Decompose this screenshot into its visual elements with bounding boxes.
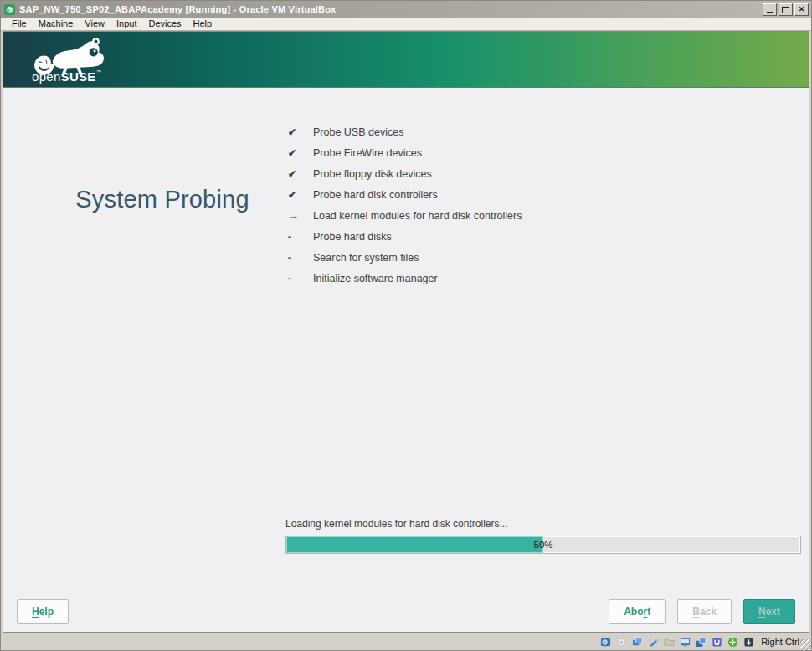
probe-step: - Probe hard disks xyxy=(288,226,522,247)
menu-devices[interactable]: Devices xyxy=(142,18,187,30)
optical-drives-icon[interactable] xyxy=(615,636,627,648)
step-label: Probe USB devices xyxy=(313,126,403,138)
back-button[interactable]: Back xyxy=(677,599,732,624)
step-label: Initialize software manager xyxy=(313,273,438,284)
probe-step: ✔ Probe hard disk controllers xyxy=(288,184,522,205)
step-status-icon: - xyxy=(288,252,313,264)
probe-steps: ✔ Probe USB devices ✔ Probe FireWire dev… xyxy=(288,121,522,289)
title-bar: SAP_NW_750_SP02_ABAPAcademy [Running] - … xyxy=(1,1,811,18)
status-bar: Right Ctrl xyxy=(1,633,811,650)
step-status-icon: - xyxy=(288,231,313,243)
maximize-icon[interactable] xyxy=(779,3,793,16)
step-status-icon: ✔ xyxy=(288,147,313,159)
minimize-icon[interactable] xyxy=(763,3,777,16)
menu-bar: File Machine View Input Devices Help xyxy=(1,18,811,31)
menu-help[interactable]: Help xyxy=(188,18,218,30)
progress-bar: 50% xyxy=(285,536,801,554)
keyboard-capture-icon[interactable] xyxy=(743,636,754,648)
step-label: Probe floppy disk devices xyxy=(313,168,432,180)
menu-input[interactable]: Input xyxy=(110,18,142,30)
step-label: Search for system files xyxy=(313,252,419,264)
probe-step: - Initialize software manager xyxy=(288,268,522,289)
probe-step: ✔ Probe USB devices xyxy=(288,121,522,142)
host-key-label: Right Ctrl xyxy=(761,637,799,647)
help-button[interactable]: Help xyxy=(17,599,69,624)
step-label: Probe FireWire devices xyxy=(313,147,422,159)
menu-view[interactable]: View xyxy=(79,18,110,30)
close-icon[interactable] xyxy=(794,3,809,16)
progress-status-text: Loading kernel modules for hard disk con… xyxy=(285,518,801,530)
step-status-icon: - xyxy=(288,273,313,284)
window-controls xyxy=(763,3,809,16)
opensuse-wordmark: openSUSE™ xyxy=(32,69,121,84)
page-title: System Probing xyxy=(20,186,305,213)
probe-step: ✔ Probe FireWire devices xyxy=(288,142,522,163)
wizard-buttons: Help Abort Back Next xyxy=(17,599,795,624)
step-status-icon: ✔ xyxy=(288,189,313,201)
probe-step: - Search for system files xyxy=(288,247,522,268)
step-status-icon: → xyxy=(288,209,313,222)
step-label: Probe hard disk controllers xyxy=(313,189,438,201)
step-label: Load kernel modules for hard disk contro… xyxy=(313,210,522,222)
window-title: SAP_NW_750_SP02_ABAPAcademy [Running] - … xyxy=(19,4,759,14)
menu-machine[interactable]: Machine xyxy=(33,18,80,30)
probe-step: → Load kernel modules for hard disk cont… xyxy=(288,205,522,226)
wordmark-open: open xyxy=(32,69,61,84)
menu-file[interactable]: File xyxy=(6,18,33,30)
step-label: Probe hard disks xyxy=(313,231,392,243)
abort-button[interactable]: Abort xyxy=(609,599,666,624)
virtualbox-app-icon xyxy=(3,3,16,16)
resize-grip-icon[interactable] xyxy=(800,639,811,650)
opensuse-logo: openSUSE™ xyxy=(28,36,121,84)
wordmark-suse: SUSE xyxy=(61,69,96,84)
step-status-icon: ✔ xyxy=(288,168,313,180)
installer-content: System Probing ✔ Probe USB devices ✔ Pro… xyxy=(3,88,809,632)
vm-display: openSUSE™ System Probing ✔ Probe USB dev… xyxy=(3,31,809,633)
trademark-mark: ™ xyxy=(96,69,101,74)
features-icon[interactable] xyxy=(711,636,722,648)
next-button[interactable]: Next xyxy=(743,599,795,624)
network-icon[interactable] xyxy=(631,636,643,648)
hard-disks-icon[interactable] xyxy=(599,636,611,648)
progress-section: Loading kernel modules for hard disk con… xyxy=(285,518,801,554)
virtualbox-window: SAP_NW_750_SP02_ABAPAcademy [Running] - … xyxy=(0,0,812,651)
video-capture-icon[interactable] xyxy=(695,636,707,648)
progress-percent: 50% xyxy=(286,536,800,553)
display-icon[interactable] xyxy=(679,636,691,648)
usb-icon[interactable] xyxy=(647,636,659,648)
probe-step: ✔ Probe floppy disk devices xyxy=(288,163,522,184)
mouse-integration-icon[interactable] xyxy=(727,636,738,648)
shared-folders-icon[interactable] xyxy=(663,636,675,648)
step-status-icon: ✔ xyxy=(288,126,313,138)
opensuse-banner: openSUSE™ xyxy=(3,32,809,88)
